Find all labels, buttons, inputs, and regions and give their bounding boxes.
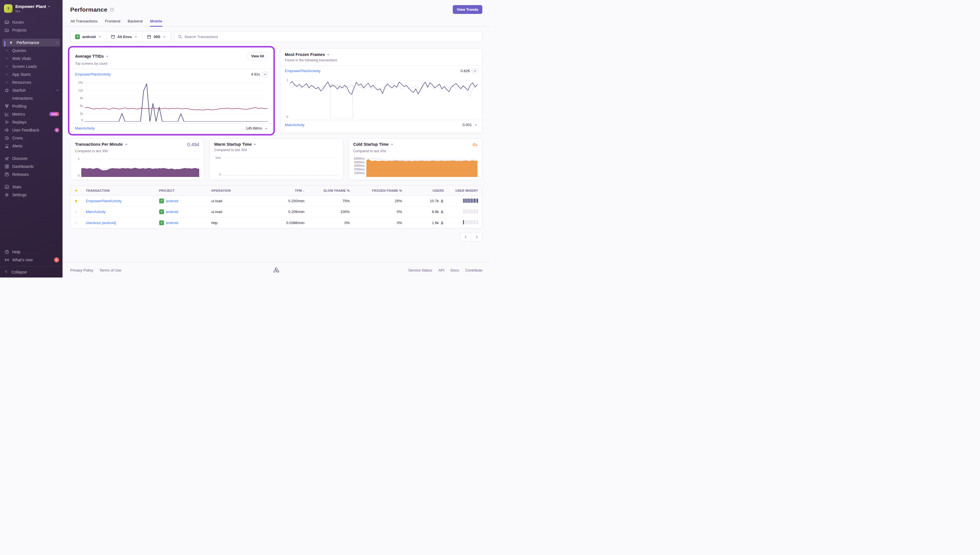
warm-startup-title[interactable]: Warm Startup Time (214, 142, 257, 146)
sidebar-item-replays[interactable]: Replays (0, 118, 63, 126)
tab-all-transactions[interactable]: All Transactions (70, 18, 98, 26)
project-link[interactable]: android (159, 220, 204, 225)
column-header[interactable]: Operation (207, 189, 260, 192)
star-toggle[interactable] (71, 199, 82, 203)
sidebar-item-starfish[interactable]: Starfish (0, 87, 63, 94)
chevron-down-icon (264, 127, 268, 130)
collapse-button[interactable]: Collapse (0, 266, 63, 278)
tpm-cell: 0.0386/min (260, 221, 308, 225)
warm-startup-chart: 1ms0 (214, 156, 338, 176)
transaction-link[interactable]: EmpowerPlantActivity (285, 69, 321, 73)
date-filter[interactable]: 30D (142, 32, 170, 42)
accordion-row: MainActivity 145.68ms (71, 124, 272, 133)
footer-link[interactable]: API (438, 268, 444, 273)
transaction-link[interactable]: MainActivity (285, 123, 304, 127)
column-header[interactable]: Frozen Frame % (354, 189, 406, 192)
y-axis-labels: 1ms0 (214, 156, 223, 176)
sidebar-item-whats-new[interactable]: What's new5 (0, 256, 63, 264)
filter-row: android All Envs 30D (70, 31, 482, 42)
releases-icon (4, 172, 9, 176)
dot-icon (4, 56, 9, 61)
transaction-link[interactable]: MainActivity (75, 126, 95, 130)
help-circle-icon[interactable] (110, 7, 114, 12)
sidebar-item-issues[interactable]: Issues (0, 18, 63, 26)
column-header[interactable]: Project (155, 189, 207, 192)
search-input[interactable] (185, 35, 479, 39)
star-toggle[interactable] (71, 221, 82, 225)
avg-ttids-card: Average TTIDs View All Top screens by co… (70, 48, 273, 133)
slow-frame-cell: 0% (308, 221, 353, 225)
help-icon (4, 250, 9, 255)
table-row: MainActivityandroidui.load0.206/min100%0… (71, 207, 482, 217)
sidebar-item-screen-loads[interactable]: Screen Loads (0, 63, 63, 71)
badge: 5 (54, 257, 59, 263)
tpm-title[interactable]: Transactions Per Minute (75, 142, 128, 146)
star-toggle[interactable] (71, 210, 82, 214)
transaction-link[interactable]: MainActivity (86, 210, 106, 214)
footer-link[interactable]: Terms of Use (100, 268, 121, 273)
previous-page-button[interactable] (460, 233, 471, 241)
collapse-row-button[interactable] (262, 72, 268, 77)
sidebar-item-performance[interactable]: Performance (0, 38, 63, 47)
footer-link[interactable]: Docs (450, 268, 459, 273)
sidebar-item-releases[interactable]: Releases (0, 170, 63, 178)
sidebar-item-profiling[interactable]: Profiling (0, 102, 63, 110)
sidebar-item-web-vitals[interactable]: Web Vitals (0, 55, 63, 63)
sidebar-item-settings[interactable]: Settings (0, 191, 63, 199)
next-page-button[interactable] (471, 233, 482, 241)
avg-ttids-title[interactable]: Average TTIDs (75, 54, 109, 58)
tab-backend[interactable]: Backend (127, 18, 143, 26)
transaction-link[interactable]: EmpowerPlantActivity (75, 72, 111, 76)
expand-row-button[interactable] (474, 123, 477, 127)
tab-frontend[interactable]: Frontend (104, 18, 120, 26)
sidebar-item-queries[interactable]: Queries (0, 47, 63, 55)
frozen-plot (290, 77, 477, 118)
frozen-frames-title[interactable]: Most Frozen Frames (285, 52, 330, 57)
android-icon (159, 220, 164, 225)
sidebar-item-alerts[interactable]: Alerts (0, 142, 63, 150)
footer-link[interactable]: Privacy Policy (70, 268, 93, 273)
sidebar-item-app-starts[interactable]: App Starts (0, 71, 63, 79)
view-all-button[interactable]: View All (247, 52, 268, 60)
sidebar-item-interactions[interactable]: Interactions (0, 94, 63, 102)
sidebar-item-projects[interactable]: Projects (0, 26, 63, 34)
sidebar-item-user-feedback[interactable]: User FeedbackB (0, 126, 63, 134)
view-trends-button[interactable]: View Trends (453, 5, 482, 14)
sidebar-item-resources[interactable]: Resources (0, 79, 63, 87)
column-header[interactable]: User Misery (448, 189, 482, 192)
sentry-org-icon (6, 6, 11, 11)
column-header[interactable]: Users (406, 189, 448, 192)
cold-startup-title[interactable]: Cold Startup Time (353, 142, 394, 146)
org-switcher[interactable]: Empower Plant Nar (0, 0, 63, 16)
column-header[interactable]: Slow Frame % (308, 189, 353, 192)
expand-row-button[interactable] (264, 127, 268, 130)
column-header[interactable]: Transaction (82, 189, 155, 192)
transaction-link[interactable]: EmpowerPlantActivity (86, 199, 122, 203)
project-link[interactable]: android (159, 199, 204, 204)
tpm-chart: 10 (75, 157, 199, 177)
transaction-link[interactable]: checkout [android] (86, 221, 116, 225)
user-misery-cell (448, 209, 482, 215)
tab-mobile[interactable]: Mobile (150, 18, 162, 26)
warm-plot (223, 156, 339, 176)
project-link[interactable]: android (159, 209, 204, 214)
environment-filter[interactable]: All Envs (106, 32, 142, 42)
sidebar-item-discover[interactable]: Discover (0, 154, 63, 162)
column-header[interactable]: TPM ↓ (260, 189, 308, 192)
footer-link[interactable]: Contribute (465, 268, 482, 273)
sidebar-group: PerformanceQueriesWeb VitalsScreen Loads… (0, 38, 63, 150)
transactions-table: TransactionProjectOperationTPM ↓Slow Fra… (70, 185, 482, 228)
frozen-frames-chart: 10 (285, 77, 477, 118)
footer-link[interactable]: Service Status (408, 268, 432, 273)
operation-cell: ui.load (207, 210, 260, 214)
collapse-row-button[interactable] (472, 68, 477, 74)
sidebar-item-stats[interactable]: Stats (0, 183, 63, 191)
chevron-down-icon (134, 35, 138, 38)
project-filter-label: android (82, 35, 96, 39)
sidebar-item-help[interactable]: Help (0, 248, 63, 256)
sidebar-item-label: Crons (12, 136, 59, 140)
sidebar-item-crons[interactable]: Crons (0, 134, 63, 142)
sidebar-item-dashboards[interactable]: Dashboards (0, 162, 63, 170)
project-filter[interactable]: android (71, 32, 106, 42)
sidebar-item-metrics[interactable]: Metricsbeta (0, 110, 63, 118)
